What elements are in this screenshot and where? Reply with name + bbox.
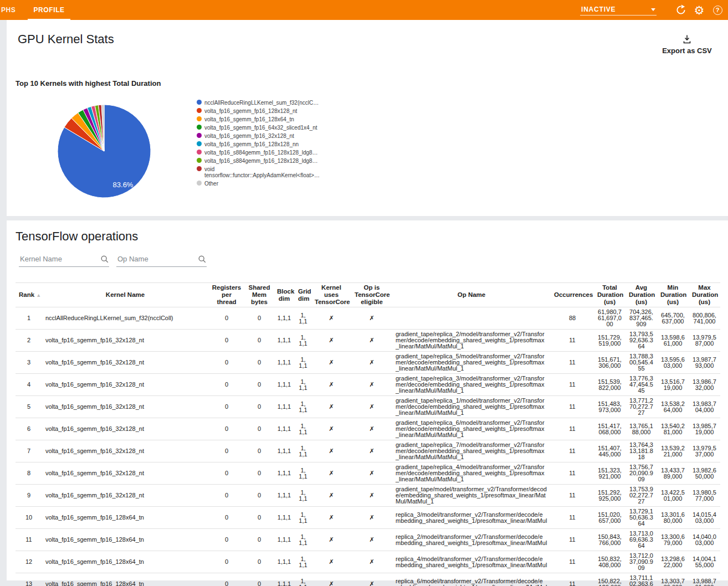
legend-label: void tensorflow::functor::ApplyAdamKerne… xyxy=(204,166,324,178)
cell-op-name: gradient_tape/model/transformer_v2/Trans… xyxy=(392,485,551,507)
column-header[interactable]: Grid dim xyxy=(295,283,311,307)
cell-op-name xyxy=(392,307,551,330)
column-header[interactable]: Registers per thread xyxy=(208,283,245,307)
column-header[interactable]: Min Duration (us) xyxy=(657,283,689,307)
legend-color-dot xyxy=(197,166,202,171)
cell-kernel-tensorcore: ✗ xyxy=(311,396,351,418)
cell-kernel-name: volta_fp16_sgemm_fp16_32x128_nt xyxy=(42,352,208,374)
legend-item[interactable]: volta_fp16_sgemm_fp16_128x128_nt xyxy=(197,108,325,114)
cell-kernel-name: ncclAllReduceRingLLKernel_sum_f32(ncclCo… xyxy=(42,307,208,330)
cell-occurrences: 11 xyxy=(551,529,594,551)
cell-op-tensorcore-eligible: ✗ xyxy=(351,462,392,485)
cell-registers: 0 xyxy=(208,396,245,418)
cell-total-duration: 151,292,925,000 xyxy=(594,485,626,507)
table-row: 1ncclAllReduceRingLLKernel_sum_f32(ncclC… xyxy=(16,307,720,330)
column-header[interactable]: Shared Mem bytes xyxy=(245,283,274,307)
column-header[interactable]: Kernel uses TensorCore xyxy=(311,283,351,307)
cell-op-tensorcore-eligible: ✗ xyxy=(351,418,392,440)
cell-occurrences: 11 xyxy=(551,374,594,396)
cell-kernel-tensorcore: ✗ xyxy=(311,529,351,551)
cell-min-duration: 13,539,221,000 xyxy=(657,440,689,462)
cell-block-dim: 1,1,1 xyxy=(274,529,295,551)
cell-op-name: gradient_tape/replica_2/model/transforme… xyxy=(392,330,551,352)
cell-rank: 3 xyxy=(16,352,42,374)
gear-icon[interactable]: ⚙ xyxy=(693,4,705,16)
cell-block-dim: 1,1,1 xyxy=(274,462,295,485)
cell-shared-mem: 0 xyxy=(245,462,274,485)
cell-op-name: replica_2/model/transformer_v2/Transform… xyxy=(392,529,551,551)
cell-occurrences: 11 xyxy=(551,573,594,586)
help-icon[interactable]: ? xyxy=(711,4,724,16)
legend-item[interactable]: volta_fp16_sgemm_fp16_64x32_sliced1x4_nt xyxy=(197,125,325,131)
search-icon xyxy=(100,255,109,264)
table-row: 6volta_fp16_sgemm_fp16_32x128_nt001,1,11… xyxy=(16,418,720,440)
cell-shared-mem: 0 xyxy=(245,507,274,529)
refresh-icon[interactable] xyxy=(675,4,687,16)
run-selector-dropdown[interactable]: INACTIVE xyxy=(580,4,657,16)
cell-shared-mem: 0 xyxy=(245,440,274,462)
cell-kernel-tensorcore: ✗ xyxy=(311,330,351,352)
column-header[interactable]: Occurrences xyxy=(551,283,594,307)
tab-profile[interactable]: PROFILE xyxy=(24,0,73,20)
legend-label: volta_fp16_sgemm_fp16_128x128_nt xyxy=(204,108,297,114)
op-name-search-input[interactable] xyxy=(116,253,194,266)
legend-item[interactable]: volta_fp16_s884gemm_fp16_128x128_ldg8… xyxy=(197,150,325,156)
section-title: TensorFlow operations xyxy=(16,229,138,244)
cell-kernel-tensorcore: ✗ xyxy=(311,551,351,573)
cell-total-duration: 151,020,657,000 xyxy=(594,507,626,529)
cell-min-duration: 13,433,789,000 xyxy=(657,462,689,485)
cell-total-duration: 151,323,921,000 xyxy=(594,462,626,485)
cell-op-tensorcore-eligible: ✗ xyxy=(351,396,392,418)
legend-color-dot xyxy=(197,116,202,121)
column-header[interactable]: Avg Duration (us) xyxy=(626,283,657,307)
cell-kernel-name: volta_fp16_sgemm_fp16_32x128_nt xyxy=(42,440,208,462)
cell-block-dim: 1,1,1 xyxy=(274,396,295,418)
cell-occurrences: 11 xyxy=(551,418,594,440)
cell-kernel-name: volta_fp16_sgemm_fp16_128x64_tn xyxy=(42,551,208,573)
legend-color-dot xyxy=(197,108,202,113)
column-header[interactable]: Op Name xyxy=(392,283,551,307)
table-row: 7volta_fp16_sgemm_fp16_32x128_nt001,1,11… xyxy=(16,440,720,462)
cell-avg-duration: 13,713,069,636.364 xyxy=(626,529,657,551)
legend-item[interactable]: volta_fp16_sgemm_fp16_128x128_nn xyxy=(197,141,325,147)
legend-label: volta_fp16_sgemm_fp16_128x128_nn xyxy=(204,141,299,147)
legend-item[interactable]: volta_fp16_sgemm_fp16_128x64_tn xyxy=(197,116,325,122)
legend-item[interactable]: ncclAllReduceRingLLKernel_sum_f32(ncclC… xyxy=(197,100,325,106)
column-header[interactable]: Rank▲ xyxy=(16,283,42,307)
column-header[interactable]: Total Duration (us) xyxy=(594,283,626,307)
column-header[interactable]: Block dim xyxy=(274,283,295,307)
cell-registers: 0 xyxy=(208,418,245,440)
cell-kernel-tensorcore: ✗ xyxy=(311,440,351,462)
cell-kernel-name: volta_fp16_sgemm_fp16_128x64_tn xyxy=(42,529,208,551)
cell-registers: 0 xyxy=(208,462,245,485)
cell-rank: 5 xyxy=(16,396,42,418)
cell-occurrences: 11 xyxy=(551,507,594,529)
column-header[interactable]: Op is TensorCore eligible xyxy=(351,283,392,307)
legend-color-dot xyxy=(197,100,202,105)
cell-occurrences: 11 xyxy=(551,330,594,352)
legend-item[interactable]: Other xyxy=(197,181,325,187)
cell-op-tensorcore-eligible: ✗ xyxy=(351,307,392,330)
column-header[interactable]: Kernel Name xyxy=(42,283,208,307)
kernel-name-filter xyxy=(19,253,109,267)
cell-occurrences: 11 xyxy=(551,462,594,485)
cell-avg-duration: 13,764,313,181.818 xyxy=(626,440,657,462)
export-csv-button[interactable]: Export as CSV xyxy=(654,34,720,55)
cell-op-name: gradient_tape/replica_7/model/transforme… xyxy=(392,440,551,462)
kernel-name-search-input[interactable] xyxy=(19,253,96,266)
cell-min-duration: 13,538,264,000 xyxy=(657,396,689,418)
cell-grid-dim: 1,1,1 xyxy=(295,485,311,507)
cell-rank: 13 xyxy=(16,573,42,586)
column-header[interactable]: Max Duration (us) xyxy=(689,283,720,307)
legend-item[interactable]: volta_fp16_sgemm_fp16_32x128_nt xyxy=(197,133,325,139)
cell-total-duration: 151,671,306,000 xyxy=(594,352,626,374)
legend-item[interactable]: void tensorflow::functor::ApplyAdamKerne… xyxy=(197,166,325,178)
legend-color-dot xyxy=(197,150,202,155)
cell-block-dim: 1,1,1 xyxy=(274,507,295,529)
cell-op-tensorcore-eligible: ✗ xyxy=(351,352,392,374)
tab-graphs[interactable]: PHS xyxy=(0,0,24,20)
cell-shared-mem: 0 xyxy=(245,396,274,418)
cell-registers: 0 xyxy=(208,529,245,551)
cell-max-duration: 13,979,537,000 xyxy=(689,440,720,462)
legend-item[interactable]: volta_fp16_s884gemm_fp16_128x128_ldg8… xyxy=(197,158,325,164)
